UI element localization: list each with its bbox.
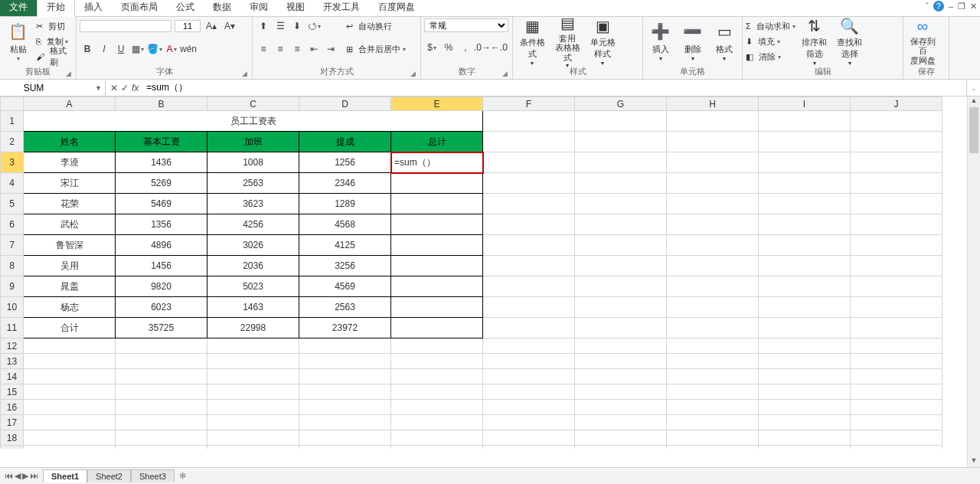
sheet-prev-icon[interactable]: ◀ <box>15 471 21 481</box>
fill-color-button[interactable]: 🪣 <box>147 41 162 57</box>
tab-insert[interactable]: 插入 <box>75 0 112 16</box>
sheet-first-icon[interactable]: ⏮ <box>5 471 13 481</box>
data-cell[interactable]: 1456 <box>116 256 207 276</box>
align-center-icon[interactable]: ≡ <box>273 41 288 57</box>
row-header[interactable]: 5 <box>1 194 24 214</box>
col-header-d[interactable]: D <box>299 97 391 111</box>
data-cell[interactable] <box>391 194 483 214</box>
tab-layout[interactable]: 页面布局 <box>112 0 167 16</box>
clear-button[interactable]: ◧ 清除 <box>746 49 795 64</box>
sheet-title-cell[interactable]: 员工工资表 <box>24 111 483 132</box>
data-cell[interactable]: 3026 <box>207 235 299 256</box>
font-color-button[interactable]: A <box>164 41 179 57</box>
comma-icon[interactable]: , <box>458 40 473 55</box>
data-cell[interactable]: 花荣 <box>24 194 116 214</box>
col-header-h[interactable]: H <box>667 97 759 111</box>
indent-dec-icon[interactable]: ⇤ <box>306 41 322 57</box>
tab-file[interactable]: 文件 <box>0 0 37 16</box>
sheet-tab[interactable]: Sheet3 <box>131 469 175 482</box>
data-cell[interactable] <box>391 256 483 276</box>
data-cell[interactable]: 1289 <box>299 194 391 214</box>
row-header[interactable]: 14 <box>1 369 24 384</box>
data-cell[interactable]: 宋江 <box>24 173 116 194</box>
grow-font-icon[interactable]: A▴ <box>204 18 219 34</box>
inc-decimal-icon[interactable]: .0→ <box>475 40 490 55</box>
data-cell[interactable]: 5023 <box>207 276 299 297</box>
row-header[interactable]: 9 <box>1 276 24 297</box>
fx-icon[interactable]: fx <box>132 83 139 93</box>
data-cell[interactable]: 1356 <box>116 214 207 235</box>
minimize-icon[interactable]: – <box>949 2 953 11</box>
data-cell[interactable]: 1008 <box>207 152 299 173</box>
find-select-button[interactable]: 🔍查找和选择▾ <box>834 18 866 64</box>
align-middle-icon[interactable]: ☰ <box>273 18 288 34</box>
data-cell[interactable]: 6023 <box>116 297 207 318</box>
name-box[interactable]: ▼ <box>0 80 106 96</box>
align-left-icon[interactable]: ≡ <box>256 41 271 57</box>
table-header[interactable]: 加班 <box>207 132 299 152</box>
data-cell[interactable]: 4125 <box>299 235 391 256</box>
col-header-b[interactable]: B <box>116 97 207 111</box>
data-cell[interactable]: 3256 <box>299 256 391 276</box>
data-cell[interactable]: 2563 <box>207 173 299 194</box>
vertical-scrollbar[interactable]: ▲ ▼ <box>967 96 980 467</box>
pinyin-button[interactable]: wén <box>181 41 196 57</box>
new-sheet-button[interactable]: ✻ <box>175 469 191 482</box>
italic-button[interactable]: I <box>96 41 112 57</box>
table-header[interactable]: 姓名 <box>24 132 116 152</box>
restore-icon[interactable]: ❐ <box>958 2 965 11</box>
active-cell[interactable]: =sum（） <box>391 152 483 173</box>
tab-home[interactable]: 开始 <box>37 0 75 17</box>
data-cell[interactable]: 2563 <box>299 297 391 318</box>
row-header[interactable]: 15 <box>1 384 24 400</box>
launcher-icon[interactable]: ◢ <box>502 70 508 77</box>
row-header[interactable]: 10 <box>1 297 24 318</box>
data-cell[interactable]: 35725 <box>116 318 207 338</box>
tab-data[interactable]: 数据 <box>204 0 240 16</box>
font-name-select[interactable] <box>80 20 172 32</box>
data-cell[interactable]: 23972 <box>299 318 391 338</box>
sheet-tab[interactable]: Sheet1 <box>43 469 87 482</box>
cell-style-button[interactable]: ▣单元格样式▾ <box>586 18 619 64</box>
row-header[interactable]: 16 <box>1 400 24 415</box>
ribbon-min-icon[interactable]: ˆ <box>926 2 929 11</box>
row-header[interactable]: 6 <box>1 214 24 235</box>
percent-icon[interactable]: % <box>441 40 456 55</box>
insert-cells-button[interactable]: ➕插入▾ <box>646 18 675 64</box>
scroll-thumb[interactable] <box>969 107 978 153</box>
name-box-dropdown-icon[interactable]: ▼ <box>95 84 102 92</box>
data-cell[interactable]: 1256 <box>299 152 391 173</box>
data-cell[interactable]: 4256 <box>207 214 299 235</box>
col-header-c[interactable]: C <box>207 97 299 111</box>
data-cell[interactable] <box>391 173 483 194</box>
col-header-j[interactable]: J <box>851 97 942 111</box>
data-cell[interactable] <box>391 276 483 297</box>
font-size-select[interactable] <box>175 20 201 32</box>
tab-dev[interactable]: 开发工具 <box>314 0 369 16</box>
paste-button[interactable]: 📋 粘贴 ▾ <box>3 18 33 64</box>
col-header-g[interactable]: G <box>575 97 667 111</box>
data-cell[interactable]: 合计 <box>24 318 116 338</box>
fill-button[interactable]: ⬇ 填充 <box>746 34 795 49</box>
tab-view[interactable]: 视图 <box>277 0 314 16</box>
row-header[interactable]: 12 <box>1 338 24 354</box>
launcher-icon[interactable]: ◢ <box>410 70 416 77</box>
spreadsheet-grid[interactable]: A B C D E F G H I J 1 员工工资表 2 姓名 基本工资 加班… <box>0 96 980 449</box>
data-cell[interactable]: 4896 <box>116 235 207 256</box>
cut-button[interactable]: ✂ 剪切 <box>36 18 73 34</box>
sort-filter-button[interactable]: ⇅排序和筛选▾ <box>799 18 831 64</box>
shrink-font-icon[interactable]: A▾ <box>222 18 237 34</box>
scroll-up-icon[interactable]: ▲ <box>968 96 980 107</box>
table-header[interactable]: 提成 <box>299 132 391 152</box>
data-cell[interactable]: 晁盖 <box>24 276 116 297</box>
launcher-icon[interactable]: ◢ <box>66 70 71 77</box>
expand-formula-bar-icon[interactable]: ⌄ <box>966 80 980 96</box>
data-cell[interactable]: 3623 <box>207 194 299 214</box>
data-cell[interactable]: 5269 <box>116 173 207 194</box>
tab-review[interactable]: 审阅 <box>240 0 277 16</box>
align-top-icon[interactable]: ⬆ <box>256 18 271 34</box>
row-header[interactable]: 13 <box>1 354 24 369</box>
data-cell[interactable]: 1463 <box>207 297 299 318</box>
cancel-formula-icon[interactable]: ✕ <box>110 83 118 93</box>
align-bottom-icon[interactable]: ⬇ <box>289 18 305 34</box>
